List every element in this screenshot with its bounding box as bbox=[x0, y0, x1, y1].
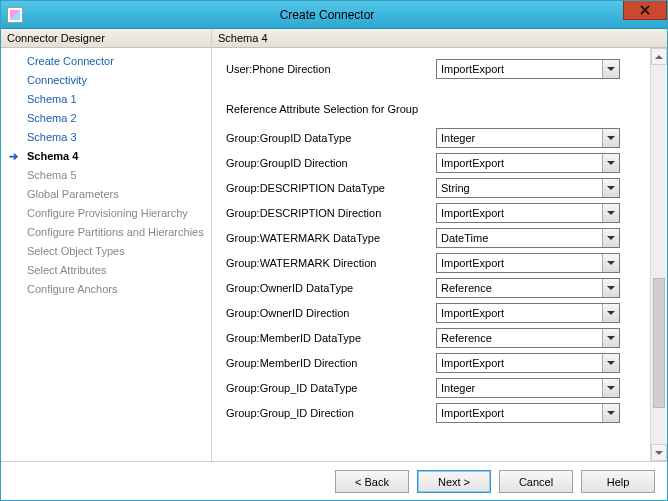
nav-item-label: Configure Anchors bbox=[27, 283, 118, 295]
cancel-button[interactable]: Cancel bbox=[499, 470, 573, 493]
form-label: Group:DESCRIPTION DataType bbox=[226, 182, 436, 194]
dropdown[interactable]: ImportExport bbox=[436, 203, 620, 223]
nav-item-label: Schema 1 bbox=[27, 93, 77, 105]
form-label: Group:MemberID Direction bbox=[226, 357, 436, 369]
chevron-down-icon[interactable] bbox=[602, 229, 619, 247]
nav-item[interactable]: Schema 1 bbox=[1, 90, 211, 109]
form-row: Group:OwnerID DirectionImportExport bbox=[226, 300, 643, 325]
close-button[interactable] bbox=[623, 1, 667, 20]
scroll-up-button[interactable] bbox=[651, 48, 667, 65]
chevron-down-icon[interactable] bbox=[602, 179, 619, 197]
section-title: Reference Attribute Selection for Group bbox=[226, 99, 643, 125]
dropdown[interactable]: ImportExport bbox=[436, 153, 620, 173]
form-row: Group:Group_ID DirectionImportExport bbox=[226, 400, 643, 425]
chevron-down-icon[interactable] bbox=[602, 60, 619, 78]
next-button[interactable]: Next > bbox=[417, 470, 491, 493]
form-label: Group:Group_ID DataType bbox=[226, 382, 436, 394]
form-row: Group:DESCRIPTION DirectionImportExport bbox=[226, 200, 643, 225]
dropdown-value: ImportExport bbox=[437, 307, 602, 319]
dropdown-value: Integer bbox=[437, 382, 602, 394]
form-row: User:Phone DirectionImportExport bbox=[226, 56, 643, 81]
chevron-down-icon[interactable] bbox=[602, 129, 619, 147]
nav-item[interactable]: Connectivity bbox=[1, 71, 211, 90]
chevron-down-icon[interactable] bbox=[602, 279, 619, 297]
dropdown[interactable]: Integer bbox=[436, 128, 620, 148]
nav-item[interactable]: Schema 2 bbox=[1, 109, 211, 128]
nav-item-label: Configure Provisioning Hierarchy bbox=[27, 207, 188, 219]
nav-item-label: Select Attributes bbox=[27, 264, 107, 276]
dropdown-value: Reference bbox=[437, 332, 602, 344]
dropdown[interactable]: DateTime bbox=[436, 228, 620, 248]
right-panel-header: Schema 4 bbox=[212, 29, 667, 48]
nav-item-label: Select Object Types bbox=[27, 245, 125, 257]
form-row: Group:WATERMARK DataTypeDateTime bbox=[226, 225, 643, 250]
nav-item: Select Attributes bbox=[1, 261, 211, 280]
nav-item: Configure Anchors bbox=[1, 280, 211, 299]
chevron-down-icon[interactable] bbox=[602, 304, 619, 322]
nav-item-label: Create Connector bbox=[27, 55, 114, 67]
nav-item-label: Configure Partitions and Hierarchies bbox=[27, 226, 204, 238]
dropdown[interactable]: ImportExport bbox=[436, 59, 620, 79]
nav-item-label: Connectivity bbox=[27, 74, 87, 86]
dropdown[interactable]: ImportExport bbox=[436, 353, 620, 373]
form-row: Group:WATERMARK DirectionImportExport bbox=[226, 250, 643, 275]
chevron-down-icon[interactable] bbox=[602, 379, 619, 397]
window-title: Create Connector bbox=[23, 8, 667, 22]
nav-item-label: Schema 5 bbox=[27, 169, 77, 181]
form-row: Group:Group_ID DataTypeInteger bbox=[226, 375, 643, 400]
dropdown-value: ImportExport bbox=[437, 257, 602, 269]
form-row: Group:GroupID DirectionImportExport bbox=[226, 150, 643, 175]
chevron-down-icon[interactable] bbox=[602, 404, 619, 422]
nav-item: Schema 5 bbox=[1, 166, 211, 185]
dropdown[interactable]: ImportExport bbox=[436, 403, 620, 423]
chevron-down-icon[interactable] bbox=[602, 329, 619, 347]
form-label: Group:WATERMARK Direction bbox=[226, 257, 436, 269]
chevron-down-icon[interactable] bbox=[602, 254, 619, 272]
form-row: Group:MemberID DataTypeReference bbox=[226, 325, 643, 350]
title-bar: Create Connector bbox=[1, 1, 667, 29]
nav-item-label: Schema 3 bbox=[27, 131, 77, 143]
nav-item[interactable]: Schema 3 bbox=[1, 128, 211, 147]
dropdown-value: ImportExport bbox=[437, 157, 602, 169]
vertical-scrollbar[interactable] bbox=[650, 48, 667, 461]
dropdown-value: ImportExport bbox=[437, 207, 602, 219]
nav-item: Select Object Types bbox=[1, 242, 211, 261]
dropdown[interactable]: ImportExport bbox=[436, 253, 620, 273]
form-row: Group:DESCRIPTION DataTypeString bbox=[226, 175, 643, 200]
dropdown[interactable]: Reference bbox=[436, 328, 620, 348]
nav-item: Global Parameters bbox=[1, 185, 211, 204]
form-label: Group:OwnerID DataType bbox=[226, 282, 436, 294]
chevron-down-icon[interactable] bbox=[602, 204, 619, 222]
form-label: Group:WATERMARK DataType bbox=[226, 232, 436, 244]
form-label: Group:GroupID Direction bbox=[226, 157, 436, 169]
chevron-down-icon[interactable] bbox=[602, 354, 619, 372]
help-button[interactable]: Help bbox=[581, 470, 655, 493]
nav-item-label: Global Parameters bbox=[27, 188, 119, 200]
dropdown-value: ImportExport bbox=[437, 63, 602, 75]
nav-item[interactable]: ➔Schema 4 bbox=[1, 147, 211, 166]
back-button[interactable]: < Back bbox=[335, 470, 409, 493]
app-icon bbox=[7, 7, 23, 23]
dropdown-value: Integer bbox=[437, 132, 602, 144]
dropdown[interactable]: String bbox=[436, 178, 620, 198]
nav-list: Create ConnectorConnectivitySchema 1Sche… bbox=[1, 48, 211, 461]
dropdown[interactable]: Reference bbox=[436, 278, 620, 298]
chevron-down-icon[interactable] bbox=[602, 154, 619, 172]
nav-item[interactable]: Create Connector bbox=[1, 52, 211, 71]
nav-item: Configure Partitions and Hierarchies bbox=[1, 223, 211, 242]
scroll-thumb[interactable] bbox=[653, 278, 665, 408]
dropdown[interactable]: ImportExport bbox=[436, 303, 620, 323]
dropdown-value: Reference bbox=[437, 282, 602, 294]
nav-item-label: Schema 2 bbox=[27, 112, 77, 124]
left-panel: Connector Designer Create ConnectorConne… bbox=[1, 29, 212, 461]
dropdown[interactable]: Integer bbox=[436, 378, 620, 398]
form-row: Group:OwnerID DataTypeReference bbox=[226, 275, 643, 300]
scroll-down-button[interactable] bbox=[651, 444, 667, 461]
form-label: Group:GroupID DataType bbox=[226, 132, 436, 144]
dropdown-value: String bbox=[437, 182, 602, 194]
nav-item: Configure Provisioning Hierarchy bbox=[1, 204, 211, 223]
current-step-arrow-icon: ➔ bbox=[9, 149, 18, 164]
form-label: User:Phone Direction bbox=[226, 63, 436, 75]
dropdown-value: ImportExport bbox=[437, 407, 602, 419]
form-content: User:Phone DirectionImportExportReferenc… bbox=[212, 48, 649, 461]
